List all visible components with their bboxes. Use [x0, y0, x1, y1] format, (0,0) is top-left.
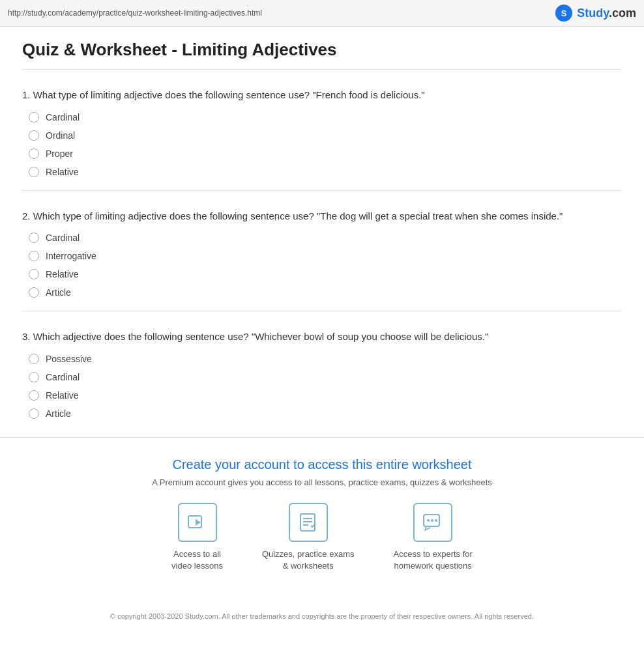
- option-label-q2-o3: Relative: [46, 269, 79, 279]
- browser-bar: http://study.com/academy/practice/quiz-w…: [0, 0, 644, 27]
- quiz-label: Quizzes, practice exams& worksheets: [262, 548, 355, 572]
- video-icon: [187, 512, 208, 533]
- question-2: 2. Which type of limiting adjective does…: [22, 209, 622, 312]
- cta-section: Create your account to access this entir…: [0, 437, 644, 604]
- svg-text:S: S: [561, 8, 567, 18]
- footer: © copyright 2003-2020 Study.com. All oth…: [0, 604, 644, 636]
- question-3-option-1[interactable]: Possessive: [29, 354, 622, 364]
- question-2-option-3[interactable]: Relative: [29, 269, 622, 279]
- radio-q2-o2[interactable]: [29, 251, 39, 261]
- option-label-q2-o4: Article: [46, 287, 71, 298]
- radio-q3-o3[interactable]: [29, 390, 39, 401]
- chat-label: Access to experts forhomework questions: [394, 548, 473, 572]
- radio-q2-o3[interactable]: [29, 269, 39, 279]
- logo-area: S Study.com: [555, 4, 636, 22]
- radio-q2-o1[interactable]: [29, 233, 39, 243]
- url-bar: http://study.com/academy/practice/quiz-w…: [8, 8, 262, 18]
- questions-container: 1. What type of limiting adjective does …: [22, 88, 622, 419]
- question-1-option-3[interactable]: Proper: [29, 149, 622, 159]
- chat-icon: [422, 512, 443, 533]
- option-label-q3-o2: Cardinal: [46, 372, 80, 382]
- chat-icon-box: [413, 503, 452, 542]
- question-3-options: PossessiveCardinalRelativeArticle: [29, 354, 622, 419]
- cta-feature-chat: Access to experts forhomework questions: [394, 503, 473, 572]
- option-label-q1-o2: Ordinal: [46, 130, 75, 141]
- radio-q1-o1[interactable]: [29, 112, 39, 122]
- question-3-option-4[interactable]: Article: [29, 408, 622, 419]
- main-content: Quiz & Worksheet - Limiting Adjectives 1…: [9, 27, 635, 419]
- option-label-q2-o2: Interrogative: [46, 251, 96, 261]
- cta-subtitle: A Premium account gives you access to al…: [13, 477, 631, 487]
- option-label-q1-o1: Cardinal: [46, 112, 80, 122]
- question-1-option-2[interactable]: Ordinal: [29, 130, 622, 141]
- question-1-option-4[interactable]: Relative: [29, 167, 622, 177]
- radio-q3-o4[interactable]: [29, 408, 39, 419]
- divider-1: [22, 190, 622, 191]
- question-1-options: CardinalOrdinalProperRelative: [29, 112, 622, 177]
- question-3-option-3[interactable]: Relative: [29, 390, 622, 401]
- radio-q1-o2[interactable]: [29, 130, 39, 141]
- option-label-q3-o3: Relative: [46, 390, 79, 401]
- cta-feature-quiz: Quizzes, practice exams& worksheets: [262, 503, 355, 572]
- radio-q1-o3[interactable]: [29, 149, 39, 159]
- cta-title: Create your account to access this entir…: [13, 457, 631, 472]
- option-label-q3-o1: Possessive: [46, 354, 92, 364]
- radio-q3-o2[interactable]: [29, 372, 39, 382]
- svg-point-11: [435, 519, 437, 522]
- question-2-option-1[interactable]: Cardinal: [29, 233, 622, 243]
- question-3: 3. Which adjective does the following se…: [22, 330, 622, 419]
- question-1: 1. What type of limiting adjective does …: [22, 88, 622, 191]
- quiz-icon: [298, 512, 319, 533]
- radio-q3-o1[interactable]: [29, 354, 39, 364]
- cta-icons-row: Access to allvideo lessons Quizzes, prac…: [13, 503, 631, 572]
- option-label-q1-o3: Proper: [46, 149, 73, 159]
- svg-point-10: [431, 519, 433, 522]
- quiz-icon-box: [289, 503, 328, 542]
- svg-point-9: [427, 519, 430, 522]
- radio-q1-o4[interactable]: [29, 167, 39, 177]
- cta-feature-video: Access to allvideo lessons: [171, 503, 223, 572]
- studycom-logo-icon: S: [555, 4, 573, 22]
- question-2-options: CardinalInterrogativeRelativeArticle: [29, 233, 622, 298]
- radio-q2-o4[interactable]: [29, 287, 39, 298]
- question-2-option-2[interactable]: Interrogative: [29, 251, 622, 261]
- logo-text: Study.com: [577, 7, 636, 20]
- question-1-option-1[interactable]: Cardinal: [29, 112, 622, 122]
- divider-2: [22, 311, 622, 311]
- option-label-q3-o4: Article: [46, 408, 71, 419]
- page-title: Quiz & Worksheet - Limiting Adjectives: [22, 40, 622, 70]
- question-3-option-2[interactable]: Cardinal: [29, 372, 622, 382]
- question-3-text: 3. Which adjective does the following se…: [22, 330, 622, 345]
- video-icon-box: [178, 503, 217, 542]
- option-label-q1-o4: Relative: [46, 167, 79, 177]
- video-label: Access to allvideo lessons: [171, 548, 223, 572]
- question-2-option-4[interactable]: Article: [29, 287, 622, 298]
- question-2-text: 2. Which type of limiting adjective does…: [22, 209, 622, 224]
- option-label-q2-o1: Cardinal: [46, 233, 80, 243]
- svg-marker-3: [196, 519, 201, 526]
- question-1-text: 1. What type of limiting adjective does …: [22, 88, 622, 103]
